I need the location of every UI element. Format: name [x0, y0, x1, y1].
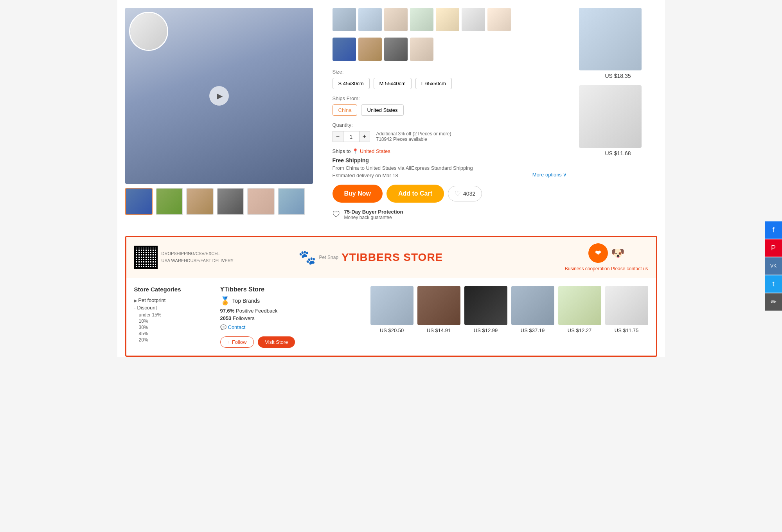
protection-subtitle: Money back guarantee — [344, 215, 403, 220]
main-image[interactable] — [125, 8, 313, 184]
top-thumb-2[interactable] — [358, 8, 382, 31]
ships-to-country[interactable]: United States — [360, 148, 390, 154]
quantity-section: Quantity: − 1 + Additional 3% off (2 Pie… — [333, 122, 567, 142]
tagline-line1: DROPSHIPPING/CSV/EXCEL — [162, 250, 234, 257]
ships-us[interactable]: United States — [361, 104, 403, 116]
edit-button[interactable]: ✏ — [765, 293, 782, 311]
thumb-5[interactable] — [247, 188, 275, 215]
ships-china[interactable]: China — [333, 104, 358, 116]
sidebar-product-2[interactable]: US $11.68 — [579, 85, 657, 156]
categories-title: Store Categories — [134, 286, 212, 293]
medal-icon: 🏅 — [220, 296, 230, 306]
store-product-5[interactable]: US $12.27 — [558, 286, 601, 348]
vk-icon: VK — [770, 263, 777, 269]
business-text: Business cooperation Please contact us — [565, 266, 648, 271]
play-button[interactable] — [209, 86, 229, 106]
store-product-3[interactable]: US $12.99 — [464, 286, 507, 348]
category-discount[interactable]: Discount — [134, 305, 212, 311]
thumb-6[interactable] — [278, 188, 305, 215]
thumb-3[interactable] — [186, 188, 214, 215]
sidebar-product-1[interactable]: US $18.35 — [579, 8, 657, 79]
add-to-cart-button[interactable]: Add to Cart — [387, 185, 444, 203]
top-thumbnails — [333, 8, 567, 31]
buyer-protection: 🛡 75-Day Buyer Protection Money back gua… — [333, 209, 567, 220]
subcat-45[interactable]: 45% — [139, 331, 212, 336]
thumb-1[interactable] — [125, 188, 153, 215]
followers-count: 2053 — [220, 315, 232, 321]
category-pet-footprint[interactable]: Pet footprint — [134, 297, 212, 303]
wishlist-count: 4032 — [463, 191, 475, 197]
size-m[interactable]: M 55x40cm — [374, 78, 412, 89]
facebook-button[interactable]: f — [765, 221, 782, 239]
top-thumb-1[interactable] — [333, 8, 356, 31]
subcat-20[interactable]: 20% — [139, 337, 212, 343]
free-shipping-label: Free Shipping — [333, 157, 567, 164]
store-product-4[interactable]: US $37.19 — [511, 286, 554, 348]
size-l[interactable]: L 65x50cm — [415, 78, 452, 89]
sidebar-product-2-image — [579, 85, 642, 148]
store-product-6[interactable]: US $11.75 — [605, 286, 648, 348]
estimated-delivery: Estimated delivery on Mar 18 — [333, 173, 398, 178]
edit-icon: ✏ — [771, 298, 777, 306]
feedback-label: Positive Feedback — [236, 308, 277, 314]
qr-area: DROPSHIPPING/CSV/EXCEL USA WAREHOUSE/FAS… — [134, 246, 234, 269]
thumb-4[interactable] — [217, 188, 244, 215]
wishlist-button[interactable]: ♡ 4032 — [448, 186, 482, 201]
top-thumb-5[interactable] — [436, 8, 459, 31]
store-product-4-image — [511, 286, 554, 325]
thumb-2[interactable] — [156, 188, 183, 215]
thumb-r2-4[interactable] — [410, 38, 433, 61]
top-thumb-7[interactable] — [487, 8, 511, 31]
shield-icon: 🛡 — [333, 210, 340, 219]
follow-bubble[interactable]: ❤ — [588, 243, 608, 263]
contact-link[interactable]: 💬 Contact — [220, 324, 363, 330]
vk-button[interactable]: VK — [765, 257, 782, 275]
store-categories: Store Categories Pet footprint Discount … — [134, 286, 212, 348]
subcat-10[interactable]: 10% — [139, 318, 212, 324]
store-product-4-price: US $37.19 — [511, 327, 554, 333]
heart-icon: ♡ — [455, 189, 461, 198]
second-thumbnail-row — [333, 38, 567, 61]
quantity-info: Additional 3% off (2 Pieces or more) 718… — [376, 131, 451, 142]
pet-snap-label: Pet Snap — [319, 255, 338, 260]
sidebar-product-1-image — [579, 8, 642, 70]
protection-text: 75-Day Buyer Protection Money back guara… — [344, 209, 403, 220]
followers-row: 2053 Followers — [220, 315, 363, 321]
top-thumb-6[interactable] — [462, 8, 485, 31]
feedback-pct: 97.6% — [220, 308, 235, 314]
pinterest-button[interactable]: P — [765, 239, 782, 257]
quantity-increase[interactable]: + — [359, 131, 370, 142]
follow-area: ❤ 🐶 Business cooperation Please contact … — [565, 243, 648, 271]
store-product-2[interactable]: US $14.91 — [417, 286, 460, 348]
store-product-1[interactable]: US $20.50 — [370, 286, 413, 348]
subcat-30[interactable]: 30% — [139, 325, 212, 330]
qr-code — [134, 246, 158, 269]
quantity-decrease[interactable]: − — [333, 131, 343, 142]
visit-store-button[interactable]: Visit Store — [258, 336, 295, 348]
ships-from-section: Ships From: China United States — [333, 95, 567, 116]
store-product-2-image — [417, 286, 460, 325]
top-brands-badge: 🏅 Top Brands — [220, 296, 363, 306]
top-thumb-4[interactable] — [410, 8, 433, 31]
product-images — [125, 8, 321, 220]
buy-now-button[interactable]: Buy Now — [333, 185, 383, 203]
subcat-under15[interactable]: under 15% — [139, 312, 212, 318]
store-info-name: YTibbers Store — [220, 286, 363, 293]
store-product-5-price: US $12.27 — [558, 327, 601, 333]
discount-info: Additional 3% off (2 Pieces or more) — [376, 131, 451, 137]
top-thumb-3[interactable] — [384, 8, 408, 31]
store-logo: 🐾 Pet Snap YTIBBERS STORE — [298, 249, 443, 266]
more-options-link[interactable]: More options ∨ — [532, 172, 567, 178]
free-shipping-section: Free Shipping From China to United State… — [333, 157, 567, 178]
twitter-button[interactable]: t — [765, 275, 782, 293]
pet-icon: 🐾 — [298, 249, 316, 266]
action-buttons: Buy Now Add to Cart ♡ 4032 — [333, 185, 567, 203]
size-s[interactable]: S 45x30cm — [333, 78, 370, 89]
thumb-r2-1[interactable] — [333, 38, 356, 61]
store-product-6-price: US $11.75 — [605, 327, 648, 333]
thumb-r2-3[interactable] — [384, 38, 408, 61]
thumb-r2-2[interactable] — [358, 38, 382, 61]
follow-button[interactable]: + Follow — [220, 336, 254, 348]
quantity-value: 1 — [343, 131, 359, 142]
store-banner: DROPSHIPPING/CSV/EXCEL USA WAREHOUSE/FAS… — [126, 237, 656, 278]
